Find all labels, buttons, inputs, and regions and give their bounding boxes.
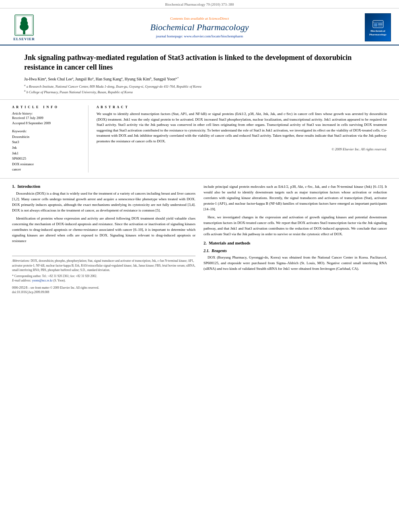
keyword-dox-resistance: DOX resistance	[12, 162, 82, 167]
accepted-date: Accepted 8 September 2009	[12, 121, 82, 126]
keywords-list: Doxorubicin Stat3 Jnk Jnk1 SP600125 DOX …	[12, 134, 82, 173]
section2-1-heading: 2.1. Reagents	[204, 249, 387, 253]
section1-para1: Doxorubicin (DOX) is a drug that is wide…	[12, 191, 195, 214]
activated-word: activated	[180, 117, 193, 121]
the-word: the	[363, 134, 368, 138]
article-affiliations: a a Research Institute, National Cancer …	[24, 84, 375, 94]
article-info-abstract: A R T I C L E I N F O Article history: R…	[0, 100, 399, 179]
doi-footnote: doi:10.1016/j.bcp.2009.09.008	[12, 290, 195, 294]
email-link[interactable]: yoons@ncc.re.kr	[32, 279, 53, 282]
corresponding-footnote: * Corresponding author. Tel.: +82 31 920…	[12, 274, 195, 278]
affiliation-a: a a Research Institute, National Cancer …	[24, 84, 375, 89]
keyword-jnk: Jnk	[12, 145, 82, 151]
article-title: Jnk signaling pathway-mediated regulatio…	[24, 53, 375, 72]
page-wrapper: Biochemical Pharmacology 79 (2010) 373–3…	[0, 0, 399, 300]
abstract-label: A B S T R A C T	[97, 105, 387, 109]
logo-title-text: BiochemicalPharmacology	[369, 29, 387, 36]
journal-title: Biochemical Pharmacology	[40, 22, 359, 33]
elsevier-logo: ELSEVIER	[8, 14, 40, 41]
keyword-cancer: cancer	[12, 167, 82, 173]
journal-logo-right: BiochemicalPharmacology	[359, 13, 391, 41]
journal-center: Contents lists available at ScienceDirec…	[40, 16, 359, 38]
body-content: 1. Introduction Doxorubicin (DOX) is a d…	[0, 179, 399, 300]
abstract-text: We sought to identify altered transcript…	[97, 111, 387, 144]
article-history: Article history: Received 17 July 2009 A…	[12, 111, 82, 126]
journal-logo-icon	[372, 18, 384, 29]
journal-logo-box: BiochemicalPharmacology	[365, 13, 391, 41]
section1-right-para1: include principal signal protein molecul…	[204, 184, 387, 212]
article-title-section: Jnk signaling pathway-mediated regulatio…	[0, 45, 399, 100]
abstract-copyright: © 2009 Elsevier Inc. All rights reserved…	[97, 147, 387, 151]
svg-point-3	[21, 17, 27, 23]
article-info-col: A R T I C L E I N F O Article history: R…	[12, 105, 88, 173]
svg-rect-9	[378, 23, 383, 25]
keyword-jnk1: Jnk1	[12, 151, 82, 156]
history-label: Article history:	[12, 111, 82, 115]
elsevier-tree-icon	[12, 14, 36, 36]
keyword-sp600125: SP600125	[12, 156, 82, 162]
svg-rect-10	[378, 25, 383, 27]
svg-rect-0	[23, 31, 25, 34]
journal-ref: Biochemical Pharmacology 79 (2010) 373–3…	[165, 2, 234, 6]
footnotes-section: Abbreviations: DOX, doxorubicin; phospho…	[12, 256, 195, 294]
body-right-col: include principal signal protein molecul…	[204, 184, 387, 294]
journal-header: ELSEVIER Contents lists available at Sci…	[0, 8, 399, 45]
abstract-col: A B S T R A C T We sought to identify al…	[97, 105, 387, 173]
received-date: Received 17 July 2009	[12, 115, 82, 121]
elsevier-label: ELSEVIER	[13, 37, 35, 41]
keyword-stat3: Stat3	[12, 140, 82, 145]
issn-footnote: 0006-2952/$ – see front matter © 2009 El…	[12, 286, 195, 290]
affiliation-b: b b College of Pharmacy, Pusan National …	[24, 89, 375, 95]
article-authors: Ju-Hwa Kima, Seok Chul Leea, Jungsil Roa…	[24, 76, 375, 81]
section1-heading: 1. Introduction	[12, 184, 195, 189]
journal-meta-bar: Biochemical Pharmacology 79 (2010) 373–3…	[0, 0, 399, 8]
section2-heading: 2. Materials and methods	[204, 241, 387, 245]
sciencedirect-label: Contents lists available at ScienceDirec…	[40, 16, 359, 21]
body-left-col: 1. Introduction Doxorubicin (DOX) is a d…	[12, 184, 195, 294]
article-info-label: A R T I C L E I N F O	[12, 105, 82, 109]
section1-para2: Identification of proteins whose express…	[12, 216, 195, 244]
keyword-doxorubicin: Doxorubicin	[12, 134, 82, 140]
keywords-label: Keywords:	[12, 129, 82, 133]
email-footnote: E-mail address: yoons@ncc.re.kr (S. Yoon…	[12, 278, 195, 283]
svg-rect-8	[374, 23, 377, 27]
section1-right-para2: Here, we investigated changes in the exp…	[204, 215, 387, 237]
abbreviations-footnote: Abbreviations: DOX, doxorubicin; phospho…	[12, 259, 195, 272]
journal-homepage: journal homepage: www.elsevier.com/locat…	[40, 34, 359, 38]
section2-para1: DOX (Boryung Pharmacy, Gyeonggi-do, Kore…	[204, 255, 387, 272]
